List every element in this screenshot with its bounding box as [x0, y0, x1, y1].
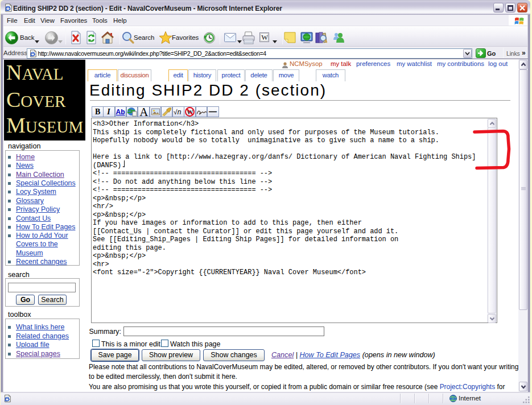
svg-text:W: W — [261, 34, 268, 42]
